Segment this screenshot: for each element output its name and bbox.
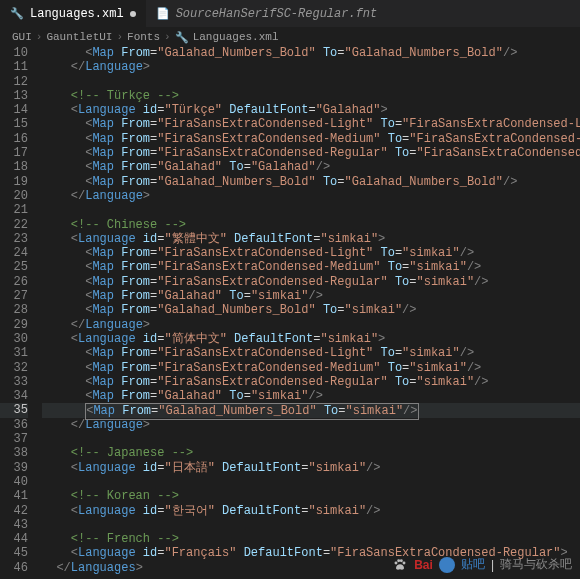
code-line[interactable]: <Map From="FiraSansExtraCondensed-Regula…: [42, 275, 580, 289]
file-icon: 📄: [156, 7, 170, 20]
code-line[interactable]: [42, 203, 580, 217]
code-line[interactable]: </Language>: [42, 60, 580, 74]
chevron-right-icon: ›: [116, 31, 123, 43]
code-line[interactable]: [42, 432, 580, 446]
modified-dot-icon: [130, 11, 136, 17]
line-number: 44: [0, 532, 28, 546]
line-number: 38: [0, 446, 28, 460]
line-gutter: 1011121314151617181920212223242526272829…: [0, 46, 42, 579]
line-number: 34: [0, 389, 28, 403]
code-line[interactable]: [42, 518, 580, 532]
code-line[interactable]: <!-- Chinese -->: [42, 218, 580, 232]
code-line[interactable]: <Map From="FiraSansExtraCondensed-Light"…: [42, 346, 580, 360]
line-number: 37: [0, 432, 28, 446]
line-number: 19: [0, 175, 28, 189]
code-line[interactable]: <Map From="Galahad" To="simkai"/>: [42, 389, 580, 403]
code-line[interactable]: [42, 75, 580, 89]
tab-label: SourceHanSerifSC-Regular.fnt: [176, 7, 378, 21]
line-number: 21: [0, 203, 28, 217]
code-area[interactable]: <Map From="Galahad_Numbers_Bold" To="Gal…: [42, 46, 580, 579]
code-line[interactable]: <Map From="FiraSansExtraCondensed-Light"…: [42, 246, 580, 260]
code-line[interactable]: <Map From="FiraSansExtraCondensed-Medium…: [42, 260, 580, 274]
line-number: 42: [0, 504, 28, 518]
code-line[interactable]: <Map From="Galahad_Numbers_Bold" To="sim…: [42, 403, 580, 417]
line-number: 27: [0, 289, 28, 303]
code-line[interactable]: <Map From="FiraSansExtraCondensed-Regula…: [42, 375, 580, 389]
line-number: 23: [0, 232, 28, 246]
code-line[interactable]: <!-- Türkçe -->: [42, 89, 580, 103]
line-number: 46: [0, 561, 28, 575]
chevron-right-icon: ›: [164, 31, 171, 43]
line-number: 29: [0, 318, 28, 332]
tab-0[interactable]: 🔧Languages.xml: [0, 0, 146, 27]
line-number: 14: [0, 103, 28, 117]
watermark-divider: |: [491, 558, 494, 572]
code-line[interactable]: <Map From="Galahad_Numbers_Bold" To="Gal…: [42, 175, 580, 189]
file-icon: 🔧: [10, 7, 24, 20]
file-icon: 🔧: [175, 31, 189, 44]
svg-point-2: [400, 559, 403, 562]
tab-bar: 🔧Languages.xml📄SourceHanSerifSC-Regular.…: [0, 0, 580, 28]
code-line[interactable]: <!-- Japanese -->: [42, 446, 580, 460]
tab-label: Languages.xml: [30, 7, 124, 21]
line-number: 22: [0, 218, 28, 232]
watermark-brand2: 贴吧: [461, 556, 485, 573]
line-number: 11: [0, 60, 28, 74]
line-number: 13: [0, 89, 28, 103]
code-line[interactable]: </Language>: [42, 418, 580, 432]
svg-point-3: [403, 561, 406, 564]
code-line[interactable]: <Map From="Galahad" To="simkai"/>: [42, 289, 580, 303]
line-number: 17: [0, 146, 28, 160]
code-line[interactable]: <Map From="FiraSansExtraCondensed-Medium…: [42, 361, 580, 375]
svg-point-0: [395, 561, 398, 564]
line-number: 12: [0, 75, 28, 89]
line-number: 15: [0, 117, 28, 131]
line-number: 40: [0, 475, 28, 489]
code-line[interactable]: <Map From="FiraSansExtraCondensed-Light"…: [42, 117, 580, 131]
code-line[interactable]: <Map From="Galahad_Numbers_Bold" To="sim…: [42, 303, 580, 317]
code-line[interactable]: <Language id="繁體中文" DefaultFont="simkai"…: [42, 232, 580, 246]
code-line[interactable]: [42, 475, 580, 489]
code-line[interactable]: <Language id="简体中文" DefaultFont="simkai"…: [42, 332, 580, 346]
code-line[interactable]: <Language id="Türkçe" DefaultFont="Galah…: [42, 103, 580, 117]
code-line[interactable]: </Language>: [42, 318, 580, 332]
code-line[interactable]: <!-- French -->: [42, 532, 580, 546]
paw-icon: [392, 557, 408, 573]
code-line[interactable]: <Language id="한국어" DefaultFont="simkai"/…: [42, 504, 580, 518]
line-number: 32: [0, 361, 28, 375]
breadcrumb-part[interactable]: GauntletUI: [46, 31, 112, 43]
line-number: 16: [0, 132, 28, 146]
line-number: 45: [0, 546, 28, 560]
svg-point-1: [397, 559, 400, 562]
code-line[interactable]: <Map From="Galahad_Numbers_Bold" To="Gal…: [42, 46, 580, 60]
watermark: Bai 贴吧 | 骑马与砍杀吧: [392, 556, 572, 573]
line-number: 28: [0, 303, 28, 317]
line-number: 36: [0, 418, 28, 432]
code-line[interactable]: </Language>: [42, 189, 580, 203]
line-number: 31: [0, 346, 28, 360]
chevron-right-icon: ›: [36, 31, 43, 43]
line-number: 33: [0, 375, 28, 389]
breadcrumb: GUI›GauntletUI›Fonts›🔧Languages.xml: [0, 28, 580, 46]
code-line[interactable]: <!-- Korean -->: [42, 489, 580, 503]
line-number: 24: [0, 246, 28, 260]
line-number: 43: [0, 518, 28, 532]
watermark-icon: [439, 557, 455, 573]
breadcrumb-part[interactable]: Fonts: [127, 31, 160, 43]
line-number: 20: [0, 189, 28, 203]
code-line[interactable]: <Map From="FiraSansExtraCondensed-Regula…: [42, 146, 580, 160]
watermark-text: 骑马与砍杀吧: [500, 556, 572, 573]
code-line[interactable]: <Language id="日本語" DefaultFont="simkai"/…: [42, 461, 580, 475]
line-number: 39: [0, 461, 28, 475]
line-number: 25: [0, 260, 28, 274]
tab-1[interactable]: 📄SourceHanSerifSC-Regular.fnt: [146, 0, 388, 27]
code-editor[interactable]: 1011121314151617181920212223242526272829…: [0, 46, 580, 579]
line-number: 26: [0, 275, 28, 289]
line-number: 30: [0, 332, 28, 346]
code-line[interactable]: <Map From="FiraSansExtraCondensed-Medium…: [42, 132, 580, 146]
breadcrumb-file[interactable]: Languages.xml: [193, 31, 279, 43]
breadcrumb-part[interactable]: GUI: [12, 31, 32, 43]
line-number: 35: [0, 403, 28, 417]
line-number: 10: [0, 46, 28, 60]
code-line[interactable]: <Map From="Galahad" To="Galahad"/>: [42, 160, 580, 174]
